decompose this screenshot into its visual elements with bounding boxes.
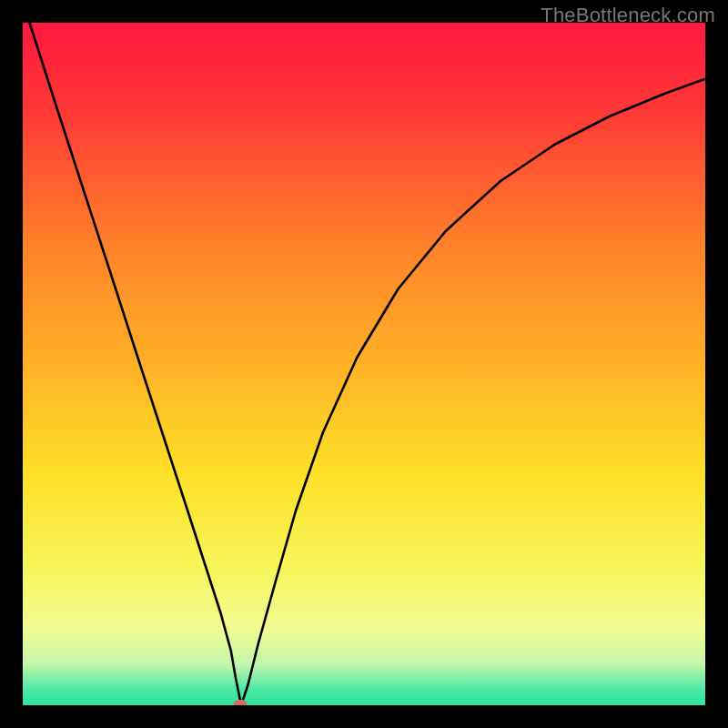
plot-area <box>23 23 705 705</box>
attribution-label: TheBottleneck.com <box>541 4 715 27</box>
optimal-point-marker <box>234 700 247 706</box>
chart-frame: TheBottleneck.com <box>0 0 728 728</box>
bottleneck-curve <box>23 23 705 705</box>
